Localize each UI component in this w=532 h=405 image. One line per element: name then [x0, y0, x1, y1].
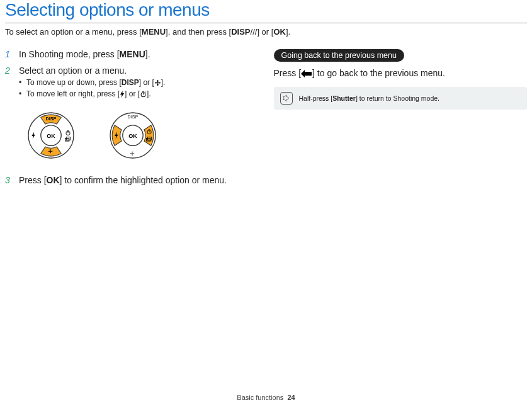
section-pill: Going back to the previous menu: [274, 49, 404, 62]
intro-prefix: To select an option or a menu, press [: [5, 27, 142, 37]
step3-ok-glyph: OK: [47, 175, 60, 185]
flash-icon: [120, 91, 125, 100]
step-2-bullets: To move up or down, press [DISP] or []. …: [19, 78, 259, 100]
step3-suffix: ] to confirm the highlighted option or m…: [60, 175, 227, 185]
step1-prefix: In Shooting mode, press [: [19, 49, 120, 59]
step1-menu-glyph: MENU: [120, 49, 145, 59]
left-column: 1 In Shooting mode, press [MENU]. 2 Sele…: [5, 49, 259, 191]
intro-line: To select an option or a menu, press [ME…: [5, 27, 527, 38]
note-text: Half-press [Shutter] to return to Shooti…: [299, 94, 440, 102]
svg-point-16: [50, 152, 51, 153]
svg-point-15: [50, 149, 51, 151]
step3-prefix: Press [: [19, 175, 47, 185]
dial2-disp-label: DISP: [128, 114, 139, 120]
note-icon: [280, 92, 293, 105]
step-1-body: In Shooting mode, press [MENU].: [19, 49, 259, 59]
svg-point-29: [132, 154, 133, 156]
svg-point-18: [51, 151, 52, 152]
b1-mid: ] or [: [139, 78, 154, 87]
dial-up-down: OK DISP: [16, 107, 86, 164]
svg-point-30: [130, 153, 132, 154]
svg-point-17: [48, 151, 50, 152]
disp-glyph: DISP: [231, 27, 250, 37]
flower-icon: [154, 79, 161, 88]
intro-mid1: ], and then press [: [166, 27, 231, 37]
divider: [5, 23, 527, 23]
menu-glyph: MENU: [142, 27, 166, 37]
step-2: 2 Select an option or a menu. To move up…: [5, 66, 259, 101]
svg-point-8: [157, 84, 158, 86]
footer-section: Basic functions: [237, 394, 283, 401]
note-suffix: ] to return to Shooting mode.: [356, 94, 439, 102]
timer-icon: [140, 91, 147, 100]
b2-prefix: To move left or right, press [: [26, 89, 120, 98]
dial-ok-label: OK: [47, 133, 55, 139]
step-3-text: Press [OK] to confirm the highlighted op…: [19, 175, 227, 185]
dial-left-right: OK DISP: [98, 107, 167, 164]
svg-point-7: [157, 80, 158, 82]
press-suffix: ] to go back to the previous menu.: [312, 68, 445, 78]
svg-point-14: [50, 151, 51, 152]
svg-point-10: [159, 82, 161, 83]
step-3-body: Press [OK] to confirm the highlighted op…: [19, 175, 259, 185]
intro-mid2: ] or [: [257, 27, 273, 37]
note-box: Half-press [Shutter] to return to Shooti…: [274, 87, 528, 110]
step-1-text: In Shooting mode, press [MENU].: [19, 49, 150, 59]
b1-prefix: To move up or down, press [: [26, 78, 122, 87]
step1-suffix: ].: [145, 49, 150, 59]
step-2-number: 2: [5, 66, 14, 101]
page-root: Selecting options or menus To select an …: [0, 0, 532, 405]
footer-page: 24: [287, 394, 295, 401]
bullet-up-down: To move up or down, press [DISP] or [].: [19, 78, 259, 88]
note-bold: Shutter: [332, 94, 356, 102]
dial-diagrams: OK DISP: [16, 107, 259, 164]
press-line: Press [] to go back to the previous menu…: [274, 68, 528, 79]
svg-point-28: [132, 151, 133, 152]
b1-suffix: ].: [161, 78, 166, 87]
back-arrow-icon: [301, 69, 312, 79]
step-1: 1 In Shooting mode, press [MENU].: [5, 49, 259, 59]
right-column: Going back to the previous menu Press []…: [274, 49, 528, 191]
step-2-body: Select an option or a menu. To move up o…: [19, 66, 259, 101]
step-3: 3 Press [OK] to confirm the highlighted …: [5, 175, 259, 185]
step-2-text: Select an option or a menu.: [19, 66, 259, 76]
page-title: Selecting options or menus: [5, 0, 527, 20]
step-1-number: 1: [5, 49, 14, 59]
intro-suffix: ].: [286, 27, 290, 37]
step-3-number: 3: [5, 175, 14, 185]
svg-point-9: [155, 82, 157, 83]
bullet-left-right: To move left or right, press [] or [].: [19, 89, 259, 100]
columns: 1 In Shooting mode, press [MENU]. 2 Sele…: [5, 49, 527, 191]
page-footer: Basic functions 24: [0, 394, 532, 401]
press-prefix: Press [: [274, 68, 302, 78]
b1-disp-glyph: DISP: [122, 78, 139, 87]
dial2-ok-label: OK: [128, 133, 137, 139]
svg-point-6: [157, 82, 159, 84]
b2-mid: ] or [: [125, 89, 140, 98]
b2-suffix: ].: [147, 89, 151, 98]
svg-point-31: [133, 153, 134, 154]
dial-disp-label: DISP: [46, 116, 57, 122]
note-prefix: Half-press [: [299, 94, 333, 102]
ok-glyph: OK: [273, 27, 286, 37]
svg-point-27: [132, 153, 133, 154]
